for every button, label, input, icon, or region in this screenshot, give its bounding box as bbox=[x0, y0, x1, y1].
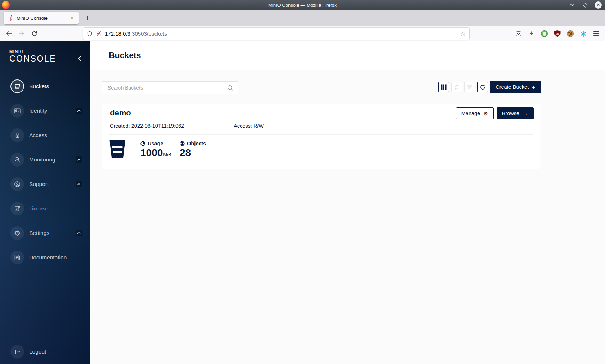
tab-close-icon[interactable]: × bbox=[68, 14, 76, 22]
usage-label: Usage bbox=[148, 141, 163, 146]
chevron-up-icon[interactable] bbox=[76, 181, 82, 187]
create-bucket-button[interactable]: Create Bucket + bbox=[490, 81, 541, 93]
tab-title: MinIO Console bbox=[17, 15, 68, 21]
sidebar-item-label: Support bbox=[29, 181, 49, 187]
bucket-name[interactable]: demo bbox=[110, 108, 131, 118]
sidebar-collapse-button[interactable] bbox=[76, 55, 83, 62]
sidebar-menu: Buckets Identity Access bbox=[0, 74, 90, 270]
sidebar-item-license[interactable]: License bbox=[0, 196, 90, 221]
card-divider bbox=[109, 134, 533, 135]
browser-tabbar: MinIO Console × + bbox=[0, 10, 605, 26]
browse-label: Browse bbox=[502, 110, 519, 116]
green-extension-icon bbox=[541, 30, 548, 37]
usage-pie-icon bbox=[140, 141, 145, 146]
sidebar-item-access[interactable]: Access bbox=[0, 123, 90, 147]
minio-console-logo: MINIO CONSOLE bbox=[9, 49, 56, 64]
window-titlebar: MinIO Console — Mozilla Firefox × bbox=[0, 0, 605, 10]
url-host: 172.18.0.3 bbox=[105, 31, 130, 37]
chevron-up-icon[interactable] bbox=[76, 230, 82, 236]
forward-button[interactable] bbox=[16, 28, 27, 39]
bucket-objects-metric: Objects 28 bbox=[180, 141, 206, 159]
close-icon: × bbox=[595, 1, 602, 9]
main-content: Buckets bbox=[90, 41, 605, 364]
objects-label: Objects bbox=[187, 141, 206, 146]
search-input[interactable] bbox=[102, 82, 238, 94]
sidebar-item-label: Documentation bbox=[29, 254, 67, 261]
usage-unit: MiB bbox=[163, 152, 171, 157]
support-person-icon bbox=[10, 177, 24, 191]
window-close-button[interactable]: × bbox=[594, 1, 602, 9]
save-to-pocket-button[interactable] bbox=[512, 28, 524, 40]
window-minimize-button[interactable] bbox=[568, 1, 576, 9]
browse-button[interactable]: Browse → bbox=[497, 107, 534, 119]
bucket-actions-toolbar: Create Bucket + bbox=[438, 81, 541, 93]
window-title: MinIO Console — Mozilla Firefox bbox=[0, 3, 605, 8]
arrow-left-icon bbox=[6, 30, 12, 37]
sidebar-item-monitoring[interactable]: Monitoring bbox=[0, 147, 90, 172]
bucket-outline-icon bbox=[467, 84, 472, 90]
sidebar: MINIO CONSOLE Buckets Identity bbox=[0, 41, 90, 364]
hamburger-menu-icon bbox=[593, 31, 599, 36]
brand-minio: MINIO bbox=[9, 49, 56, 54]
reload-button[interactable] bbox=[29, 28, 40, 39]
window-controls: × bbox=[568, 0, 602, 10]
documentation-book-icon bbox=[10, 251, 24, 264]
grid-view-icon bbox=[441, 84, 447, 90]
screen: MinIO Console — Mozilla Firefox × MinIO … bbox=[0, 0, 605, 364]
extension-ublock-button[interactable]: ub bbox=[551, 28, 563, 40]
page-title: Buckets bbox=[109, 51, 141, 60]
objects-label-row: Objects bbox=[180, 141, 206, 146]
chevron-left-icon bbox=[78, 56, 81, 61]
bucket-glyph-icon bbox=[109, 139, 126, 160]
identity-card-icon bbox=[10, 104, 24, 118]
downloads-button[interactable] bbox=[525, 28, 537, 40]
chevron-up-icon[interactable] bbox=[76, 108, 82, 114]
brand-io: IO bbox=[18, 49, 24, 54]
sidebar-item-settings[interactable]: ⚙ Settings bbox=[0, 221, 90, 245]
extension-cookie-button[interactable] bbox=[564, 28, 576, 40]
new-tab-button[interactable]: + bbox=[82, 13, 93, 23]
objects-value: 28 bbox=[180, 147, 191, 159]
asterisk-extension-icon bbox=[580, 31, 587, 37]
usage-value: 1000 bbox=[140, 147, 163, 159]
reload-icon bbox=[31, 31, 37, 37]
refresh-buckets-button[interactable] bbox=[477, 82, 488, 92]
manage-label: Manage bbox=[461, 110, 480, 116]
objects-value-row: 28 bbox=[180, 147, 206, 159]
insecure-lock-icon[interactable] bbox=[96, 31, 102, 37]
bookmark-star-icon[interactable]: ☆ bbox=[460, 30, 466, 37]
sidebar-item-label: License bbox=[29, 205, 48, 212]
extension-asterisk-button[interactable] bbox=[577, 28, 589, 40]
sidebar-item-support[interactable]: Support bbox=[0, 172, 90, 196]
chevron-up-icon[interactable] bbox=[76, 156, 82, 163]
back-button[interactable] bbox=[4, 28, 14, 39]
brand-min: MIN bbox=[9, 49, 18, 54]
pocket-icon bbox=[515, 31, 522, 37]
url-text[interactable]: 172.18.0.3:30503/buckets bbox=[105, 31, 167, 37]
bucket-usage-metric: Usage 1000 MiB bbox=[140, 141, 171, 159]
bucket-card-demo[interactable]: demo Created: 2022-08-10T11:19:06Z Acces… bbox=[102, 104, 541, 169]
manage-button[interactable]: Manage ⚙ bbox=[456, 107, 494, 119]
firefox-logo-icon bbox=[2, 1, 10, 9]
extension-green-button[interactable] bbox=[538, 28, 550, 40]
sidebar-item-documentation[interactable]: Documentation bbox=[0, 245, 90, 270]
magnifier-pulse-icon bbox=[10, 153, 24, 167]
shield-permissions-icon[interactable] bbox=[87, 31, 93, 37]
search-icon bbox=[227, 85, 234, 93]
minio-flamingo-favicon-icon bbox=[8, 15, 13, 21]
sidebar-item-identity[interactable]: Identity bbox=[0, 99, 90, 123]
app-menu-button[interactable] bbox=[590, 28, 602, 40]
sidebar-item-label: Logout bbox=[29, 349, 46, 355]
window-maximize-button[interactable] bbox=[581, 1, 589, 9]
license-document-icon bbox=[10, 202, 24, 215]
url-bar[interactable]: 172.18.0.3:30503/buckets ☆ bbox=[83, 28, 469, 40]
toolbar-extensions: ub bbox=[512, 28, 602, 40]
search-box bbox=[102, 81, 238, 94]
grid-view-button[interactable] bbox=[438, 82, 449, 92]
sidebar-item-buckets[interactable]: Buckets bbox=[0, 74, 90, 99]
sidebar-item-logout[interactable]: Logout bbox=[0, 340, 90, 364]
browser-tab-minio-console[interactable]: MinIO Console × bbox=[4, 12, 79, 24]
plus-icon: + bbox=[532, 84, 535, 90]
download-icon bbox=[528, 31, 535, 37]
sidebar-item-label: Settings bbox=[29, 230, 49, 236]
